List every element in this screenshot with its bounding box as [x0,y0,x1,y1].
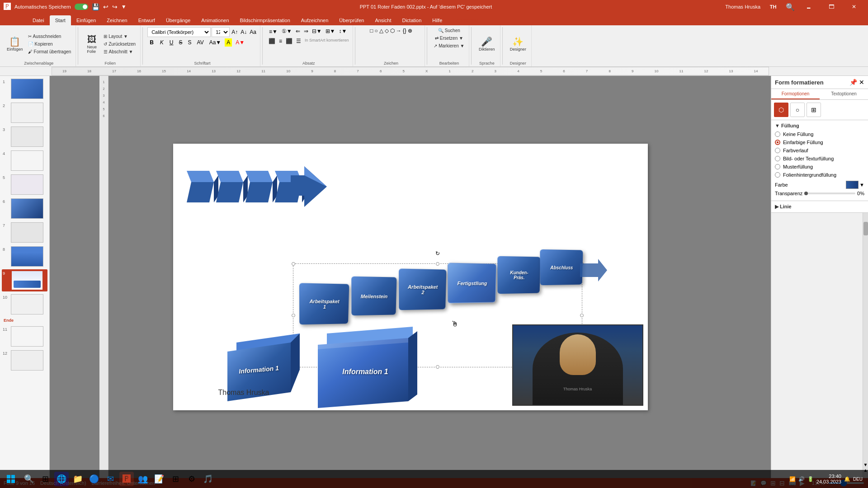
tab-datei[interactable]: Datei [27,15,50,25]
apps-btn[interactable]: ⊞ [168,472,183,486]
shape-7[interactable]: {} [402,27,407,34]
justify-btn[interactable]: ☰ [295,37,302,45]
edge-btn[interactable]: 🌐 [54,472,69,486]
search-icon[interactable]: 🔍 [786,3,795,11]
convert-smartart-btn[interactable]: In SmartArt konvertieren [303,37,350,45]
fill-icon-btn[interactable]: ⬡ [774,103,788,117]
align-right-btn[interactable]: ⬛ [284,37,294,45]
slide-thumb-2[interactable]: 2 [2,102,47,124]
color-swatch[interactable] [846,181,859,189]
effects-icon-btn[interactable]: ○ [790,103,805,117]
search-taskbar-btn[interactable]: 🔍 [22,472,36,486]
designer-btn[interactable]: ✨ Designer [508,36,528,53]
slide-thumb-1[interactable]: 1 [2,78,47,100]
textdir-btn[interactable]: ↕▼ [337,27,348,36]
step-meilenstein[interactable]: Meilenstein [351,277,396,316]
fill-gradient-row[interactable]: Farbverlauf [775,146,864,155]
scrollbar[interactable]: ▼ ▲ [863,213,868,478]
tab-ansicht[interactable]: Ansicht [369,15,396,25]
handle-ml[interactable] [292,314,295,317]
scroll-down-arrow[interactable]: ▼ [863,462,868,467]
neue-folie-btn[interactable]: 🖼 NeueFolie [83,33,101,55]
layout-icon-btn[interactable]: ⊞ [807,103,821,117]
volume-icon[interactable]: 🔊 [798,476,805,482]
slide-thumb-12[interactable]: 12 [2,349,47,371]
bold-btn[interactable]: B [147,38,156,47]
tab-formformat[interactable]: Formformat [448,15,484,25]
font-color-btn[interactable]: A▼ [234,38,246,47]
outlook-btn[interactable]: ✉ [103,472,118,486]
replace-btn[interactable]: ⇄ Ersetzen ▼ [433,35,465,42]
network-icon[interactable]: 📶 [789,476,796,482]
indent-decrease-btn[interactable]: ⇐ [294,27,302,36]
fill-gradient-radio[interactable] [775,148,780,153]
cols-btn[interactable]: ⊟▼ [311,27,323,36]
step-kunden[interactable]: Kunden-Präs. [497,256,540,294]
tab-textoptionen[interactable]: Textoptionen [820,89,868,99]
spacing-btn[interactable]: AV [195,38,206,47]
italic-btn[interactable]: K [158,38,166,47]
tab-ubergange[interactable]: Übergänge [160,15,196,25]
undo-icon[interactable]: ↩ [103,3,108,10]
tab-formoptionen[interactable]: Formoptionen [771,89,820,99]
handle-tm[interactable] [436,262,439,266]
case-btn[interactable]: Aa▼ [208,38,223,47]
font-family-selector[interactable]: Calibri (Textkörper) [147,27,211,37]
app2-btn[interactable]: 🎵 [201,472,215,486]
canvas-area[interactable]: 123456 [50,76,771,478]
slide-thumb-11[interactable]: 11 [2,325,47,347]
notification-icon[interactable]: 🔔 [844,476,850,482]
highlight-btn[interactable]: A [225,38,232,47]
copy-btn[interactable]: 📄 Kopieren [26,41,73,47]
fill-none-radio[interactable] [775,131,780,137]
search-btn[interactable]: 🔍 Suchen [436,27,462,34]
font-size-selector[interactable]: 12 [212,27,230,37]
minimize-btn[interactable]: 🗕 [798,0,819,14]
handle-tl[interactable] [292,262,295,266]
teams-btn[interactable]: 👥 [136,472,150,486]
taskview-btn[interactable]: ⊞ [38,472,52,486]
decrease-font-btn[interactable]: A↓ [240,28,248,36]
reset-btn[interactable]: ↺ Zurücksetzen [102,41,137,47]
shape-6[interactable]: → [396,27,402,34]
tab-einfugen[interactable]: Einfügen [71,15,101,25]
clear-format-btn[interactable]: Aa [249,28,257,36]
rotate-handle[interactable]: ↻ [435,250,440,257]
underline-btn[interactable]: U [168,38,175,47]
explorer-btn[interactable]: 📁 [71,472,85,486]
battery-icon[interactable]: 🔋 [807,476,814,482]
slide-thumb-6[interactable]: 6 [2,197,47,220]
redo-icon[interactable]: ↪ [112,3,118,10]
format-copy-btn[interactable]: 🖌 Format übertragen [26,48,73,55]
app1-btn[interactable]: ⚙ [184,472,199,486]
tab-zeichnen[interactable]: Zeichnen [101,15,132,25]
shape-1[interactable]: □ [369,27,373,34]
maximize-btn[interactable]: 🗖 [821,0,842,14]
slide-thumb-3[interactable]: 3 [2,126,47,148]
format-close-btn[interactable]: ✕ [859,79,864,86]
tab-hilfe[interactable]: Hilfe [427,15,448,25]
increase-font-btn[interactable]: A↑ [231,28,239,36]
shape-2[interactable]: ○ [374,27,378,34]
save-icon[interactable]: 💾 [92,3,99,10]
smartart-btn[interactable]: ⊞▼ [324,27,337,36]
shape-8[interactable]: ⊕ [407,27,413,34]
select-btn[interactable]: ↗ Markieren ▼ [432,42,466,49]
quick-access[interactable]: ▼ [121,4,127,10]
strikethrough-btn[interactable]: S [177,38,184,47]
slide-panel[interactable]: 1 2 3 4 5 6 7 [0,76,50,478]
autosave-toggle[interactable] [75,4,88,10]
shape-4[interactable]: ◇ [384,27,389,34]
tab-start[interactable]: Start [50,15,71,25]
color-dropdown[interactable]: ▼ [859,182,864,188]
fill-pattern-row[interactable]: Musterfüllung [775,163,864,171]
fill-none-row[interactable]: Keine Füllung [775,130,864,138]
tab-aufzeichnen[interactable]: Aufzeichnen [296,15,334,25]
step-arbeitspaket1[interactable]: Arbeitspaket1 [299,283,349,324]
scroll-thumb[interactable] [863,222,868,235]
notepad-btn[interactable]: 📝 [152,472,166,486]
slide-thumb-7[interactable]: 7 [2,221,47,244]
top-chevron-shape[interactable] [182,153,336,221]
tab-animationen[interactable]: Animationen [196,15,234,25]
slide-thumb-4[interactable]: 4 [2,150,47,172]
